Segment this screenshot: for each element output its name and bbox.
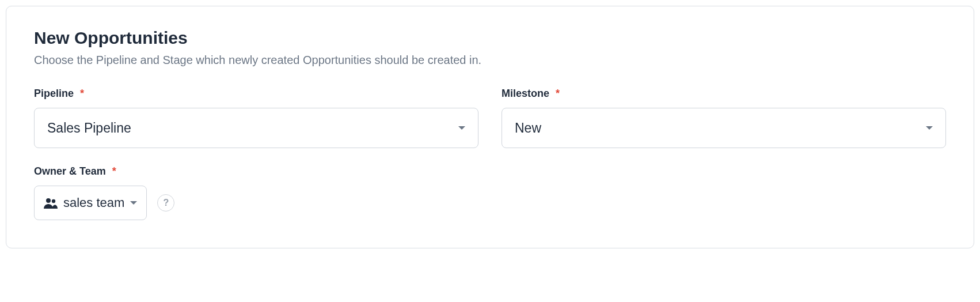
svg-point-1 [52,199,55,203]
pipeline-select[interactable]: Sales Pipeline [34,108,478,148]
caret-down-icon [458,126,465,130]
caret-down-icon [130,201,137,205]
pipeline-label: Pipeline * [34,88,478,100]
people-icon [44,197,58,209]
help-icon[interactable]: ? [157,194,174,212]
section-title: New Opportunities [34,28,946,48]
owner-team-label-text: Owner & Team [34,165,106,177]
section-subtitle: Choose the Pipeline and Stage which newl… [34,54,946,67]
milestone-select[interactable]: New [502,108,946,148]
milestone-value: New [515,120,926,136]
owner-team-field: Owner & Team * sales team ? [34,165,946,220]
owner-team-select[interactable]: sales team [34,186,147,220]
required-mark: * [556,88,560,99]
milestone-label: Milestone * [502,88,946,100]
required-mark: * [112,165,116,177]
pipeline-field: Pipeline * Sales Pipeline [34,88,478,148]
caret-down-icon [926,126,933,130]
owner-team-value: sales team [63,195,124,210]
milestone-label-text: Milestone [502,88,549,99]
form-row-top: Pipeline * Sales Pipeline Milestone * Ne… [34,88,946,148]
milestone-field: Milestone * New [502,88,946,148]
pipeline-label-text: Pipeline [34,88,74,99]
required-mark: * [80,88,84,99]
svg-point-0 [46,198,51,203]
pipeline-value: Sales Pipeline [47,120,458,136]
owner-team-control-row: sales team ? [34,186,946,220]
new-opportunities-panel: New Opportunities Choose the Pipeline an… [6,6,974,248]
owner-team-label: Owner & Team * [34,165,946,178]
